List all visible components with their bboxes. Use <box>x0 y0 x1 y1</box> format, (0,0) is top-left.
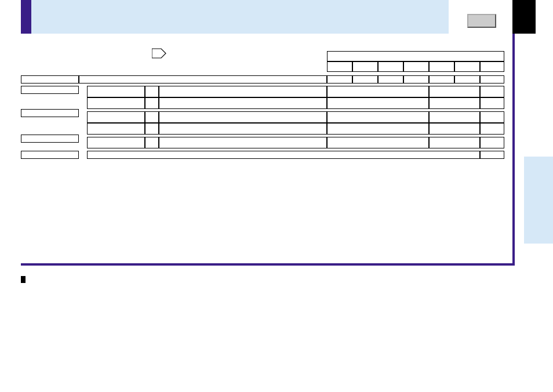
g2b-col-f <box>480 123 504 135</box>
g1a-col-a <box>87 86 145 97</box>
grid-header-col-6 <box>454 61 480 72</box>
row0-body <box>79 75 327 84</box>
g3a-col-a <box>87 137 145 148</box>
row0-stub <box>21 75 79 84</box>
g2a-col-c <box>159 111 327 123</box>
g1a-col-e <box>429 86 480 97</box>
g2b-col-d <box>327 123 429 135</box>
svg-marker-0 <box>152 49 166 58</box>
g2a-col-f <box>480 111 504 123</box>
row0-c7 <box>480 75 504 84</box>
group4-body <box>87 151 480 159</box>
g2a-col-a <box>87 111 145 123</box>
page <box>0 0 553 392</box>
g2a-col-b <box>145 111 159 123</box>
g3a-col-c <box>159 137 327 148</box>
row0-c2 <box>352 75 378 84</box>
grid-header-col-2 <box>352 61 378 72</box>
g1a-col-c <box>159 86 327 97</box>
g1b-col-b <box>145 97 159 109</box>
g2a-col-e <box>429 111 480 123</box>
group2-stub <box>21 109 79 117</box>
g3a-col-d <box>327 137 429 148</box>
row0-c6 <box>454 75 480 84</box>
tag-icon <box>152 48 167 59</box>
group1-stub <box>21 86 79 94</box>
g2a-col-d <box>327 111 429 123</box>
group4-tail <box>480 151 504 159</box>
g1b-col-d <box>327 97 429 109</box>
header-bar <box>31 0 449 34</box>
g1b-col-a <box>87 97 145 109</box>
frame-bottom <box>21 263 515 266</box>
header-accent-left <box>21 0 31 34</box>
g1b-col-c <box>159 97 327 109</box>
row0-c5 <box>429 75 454 84</box>
frame-right <box>512 34 515 266</box>
g2b-col-c <box>159 123 327 135</box>
header-accent-right <box>512 0 536 34</box>
row0-c3 <box>378 75 403 84</box>
grid-header-col-5 <box>429 61 454 72</box>
g1b-col-e <box>429 97 480 109</box>
grid-header-top <box>327 51 504 61</box>
side-tab[interactable] <box>524 157 553 244</box>
g2b-col-b <box>145 123 159 135</box>
footer-mark <box>21 276 26 283</box>
row0-c4 <box>403 75 429 84</box>
g2b-col-a <box>87 123 145 135</box>
header-button[interactable] <box>467 14 496 28</box>
group4-stub <box>21 151 79 159</box>
g3a-col-f <box>480 137 504 148</box>
g3a-col-e <box>429 137 480 148</box>
g1a-col-d <box>327 86 429 97</box>
grid-header-col-7 <box>480 61 504 72</box>
g3a-col-b <box>145 137 159 148</box>
group3-stub <box>21 135 79 143</box>
g2b-col-e <box>429 123 480 135</box>
row0-c1 <box>327 75 352 84</box>
g1a-col-f <box>480 86 504 97</box>
grid-header-col-3 <box>378 61 403 72</box>
g1b-col-f <box>480 97 504 109</box>
grid-header-col-4 <box>403 61 429 72</box>
g1a-col-b <box>145 86 159 97</box>
grid-header-col-1 <box>327 61 352 72</box>
